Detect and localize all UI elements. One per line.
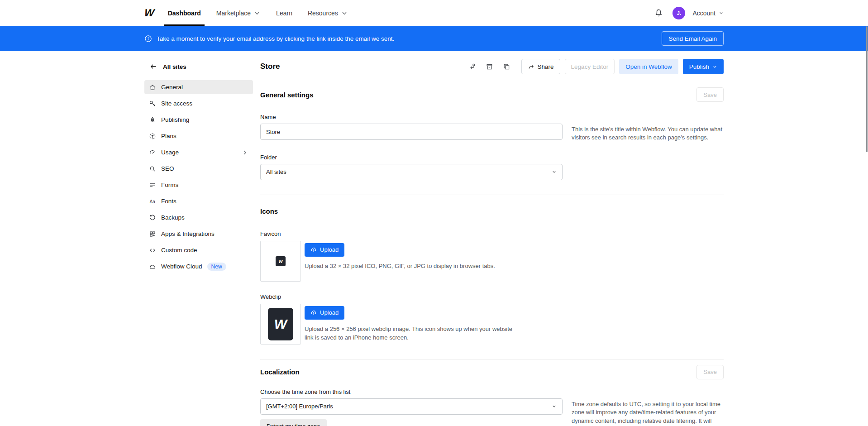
upload-button-label: Upload [320, 246, 339, 253]
share-button-label: Share [538, 63, 554, 70]
timezone-select-value: [GMT+2:00] Europe/Paris [266, 403, 552, 410]
upload-button-label: Upload [320, 309, 339, 316]
publish-button[interactable]: Publish [683, 59, 724, 74]
favicon-help-text: Upload a 32 × 32 pixel ICO, PNG, GIF, or… [305, 262, 495, 271]
chevron-down-icon [253, 10, 261, 17]
sidebar-item-general[interactable]: General [144, 80, 253, 94]
share-button[interactable]: Share [521, 59, 560, 74]
name-label: Name [260, 114, 724, 120]
sidebar-item-apps-integrations[interactable]: Apps & Integrations [144, 227, 253, 241]
sidebar-item-usage[interactable]: Usage [144, 145, 253, 159]
svg-text:Aa: Aa [150, 199, 156, 204]
nav-tab-learn-label: Learn [276, 10, 292, 17]
gauge-icon [149, 149, 156, 156]
sidebar-item-label: Apps & Integrations [161, 230, 215, 237]
duplicate-icon [503, 63, 510, 71]
sidebar-item-custom-code[interactable]: Custom code [144, 243, 253, 257]
timezone-select[interactable]: [GMT+2:00] Europe/Paris [260, 398, 563, 415]
archive-icon [486, 63, 493, 71]
notifications-bell-icon[interactable] [652, 6, 665, 20]
legacy-editor-button[interactable]: Legacy Editor [565, 59, 615, 74]
chevron-right-icon [241, 149, 248, 156]
nav-menu-marketplace-label: Marketplace [216, 10, 251, 17]
search-icon [149, 165, 156, 172]
name-help-text: This is the site's title within Webflow.… [572, 124, 724, 142]
sidebar-item-site-access[interactable]: Site access [144, 96, 253, 110]
webflow-logo[interactable]: W [144, 7, 154, 19]
chevron-down-icon [341, 10, 348, 17]
sidebar-item-forms[interactable]: Forms [144, 178, 253, 192]
sidebar-item-label: Usage [161, 149, 236, 156]
sidebar-item-publishing[interactable]: Publishing [144, 113, 253, 127]
nav-tab-dashboard[interactable]: Dashboard [167, 0, 202, 26]
transfer-site-button[interactable] [466, 60, 479, 73]
timezone-help-text: Time zone defaults to UTC, so setting it… [572, 398, 724, 426]
nav-menu-resources[interactable]: Resources [307, 0, 349, 26]
sidebar-item-label: Webflow Cloud [161, 263, 202, 270]
sidebar-item-webflow-cloud[interactable]: Webflow Cloud New [144, 259, 253, 273]
upload-cloud-icon [310, 247, 317, 253]
publish-button-label: Publish [689, 63, 709, 70]
folder-label: Folder [260, 154, 724, 161]
general-settings-heading: General settings [260, 91, 314, 99]
nav-tab-learn[interactable]: Learn [275, 0, 293, 26]
key-icon [149, 100, 156, 107]
nav-tab-dashboard-label: Dashboard [168, 10, 201, 17]
general-save-button[interactable]: Save [696, 87, 724, 102]
favicon-image: w [276, 256, 286, 266]
transfer-site-icon [468, 63, 476, 71]
webclip-label: Webclip [260, 293, 724, 300]
form-lines-icon [149, 182, 156, 189]
folder-select[interactable]: All sites [260, 164, 563, 180]
sidebar-item-label: Custom code [161, 247, 197, 254]
webclip-upload-button[interactable]: Upload [305, 306, 344, 320]
nav-menu-marketplace[interactable]: Marketplace [215, 0, 262, 26]
chevron-down-icon [712, 64, 717, 69]
favicon-upload-button[interactable]: Upload [305, 243, 344, 257]
sidebar-item-label: Fonts [161, 198, 176, 205]
sidebar-item-label: SEO [161, 165, 174, 172]
avatar[interactable]: J. [672, 7, 685, 19]
new-badge: New [207, 263, 226, 271]
cloud-icon [149, 263, 156, 270]
info-icon [144, 35, 152, 43]
sidebar-item-label: Publishing [161, 116, 189, 123]
archive-site-button[interactable] [483, 60, 496, 73]
sidebar-item-label: Plans [161, 133, 176, 139]
backup-restore-icon [149, 214, 156, 221]
code-icon [149, 247, 156, 254]
site-name-input[interactable] [260, 124, 563, 140]
sidebar-item-plans[interactable]: Plans [144, 129, 253, 143]
duplicate-site-button[interactable] [501, 60, 513, 73]
account-label: Account [692, 10, 715, 17]
webclip-help-text: Upload a 256 × 256 pixel webclip image. … [305, 325, 517, 342]
page-title: Store [260, 62, 280, 71]
open-in-webflow-label: Open in Webflow [625, 63, 672, 70]
webclip-preview: W [260, 304, 301, 345]
detect-time-zone-button[interactable]: Detect my time zone [260, 419, 327, 426]
account-menu[interactable]: Account [692, 10, 724, 17]
send-email-again-button[interactable]: Send Email Again [662, 31, 724, 46]
sidebar-item-seo[interactable]: SEO [144, 162, 253, 176]
upgrade-circle-icon [149, 133, 156, 140]
back-to-all-sites[interactable]: All sites [150, 62, 253, 71]
timezone-label: Choose the time zone from this list [260, 388, 724, 395]
nav-menu-resources-label: Resources [308, 10, 338, 17]
sidebar-item-backups[interactable]: Backups [144, 211, 253, 225]
rocket-icon [149, 116, 156, 124]
back-to-all-sites-label: All sites [163, 63, 186, 70]
banner-text: Take a moment to verify your email addre… [157, 35, 394, 42]
sidebar-item-label: Site access [161, 100, 192, 107]
fonts-icon: Aa [149, 198, 156, 205]
legacy-editor-label: Legacy Editor [571, 63, 609, 70]
sidebar-item-fonts[interactable]: Aa Fonts [144, 194, 253, 208]
scrollbar[interactable] [866, 26, 868, 152]
chevron-down-icon [552, 169, 557, 174]
top-nav: W Dashboard Marketplace Learn Resources [0, 0, 868, 26]
chevron-down-icon [552, 404, 557, 409]
open-in-webflow-button[interactable]: Open in Webflow [619, 59, 678, 74]
sidebar-item-label: Forms [161, 182, 178, 188]
settings-sidebar: All sites General Site access Publishing… [144, 51, 253, 426]
localization-save-button[interactable]: Save [696, 365, 724, 379]
localization-heading: Localization [260, 368, 300, 376]
